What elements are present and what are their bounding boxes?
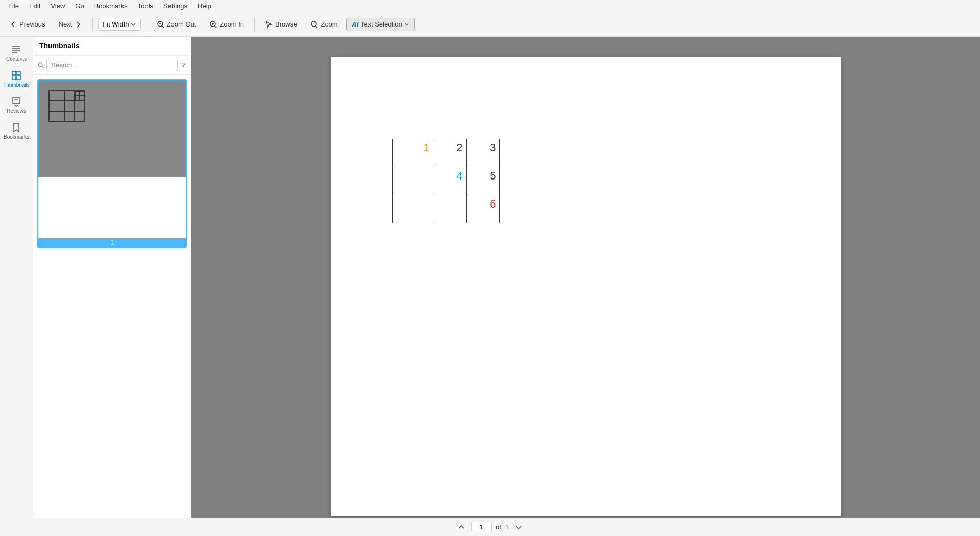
bottombar: 1 of 1: [0, 518, 980, 536]
sidebar-item-contents[interactable]: Contents: [2, 41, 31, 65]
mini-cell-5: [64, 101, 75, 111]
chevron-left-icon: [9, 20, 17, 29]
sidebar-item-reviews[interactable]: Reviews: [2, 93, 31, 117]
chevron-down-small-icon: [404, 22, 409, 27]
svg-rect-15: [12, 76, 16, 80]
next-button[interactable]: Next: [54, 18, 88, 31]
text-selection-label: Text Selection: [361, 20, 402, 28]
previous-button[interactable]: Previous: [4, 18, 51, 31]
sidebar-item-bookmarks[interactable]: Bookmarks: [2, 119, 31, 143]
cursor-icon: [265, 20, 273, 29]
main-layout: Contents Thumbnails Reviews Bookmarks Th…: [0, 37, 980, 518]
page-total-label: 1: [505, 523, 509, 531]
svg-line-8: [316, 26, 317, 28]
menu-file[interactable]: File: [4, 1, 23, 11]
svg-rect-16: [17, 76, 20, 80]
thumbnail-preview-gray: [38, 80, 186, 177]
reviews-icon: [11, 96, 22, 107]
page-number-input[interactable]: 1: [471, 522, 492, 532]
search-input[interactable]: [46, 59, 178, 71]
menubar: File Edit View Go Bookmarks Tools Settin…: [0, 0, 980, 12]
sidebar-item-thumbnails[interactable]: Thumbnails: [2, 67, 31, 91]
mini-cell-6: [75, 101, 85, 111]
panel-title: Thumbnails: [39, 42, 80, 50]
browse-button[interactable]: Browse: [260, 18, 302, 31]
svg-line-19: [42, 66, 44, 68]
prev-page-button[interactable]: [456, 522, 467, 533]
zoom-in-button[interactable]: Zoom In: [204, 18, 249, 31]
svg-point-18: [38, 63, 42, 67]
table-cell-1-0: [392, 167, 433, 195]
content-area: 1 2 3 4 5 6: [191, 37, 980, 518]
browse-label: Browse: [275, 20, 297, 28]
thumbnails-panel: Thumbnails: [33, 37, 191, 518]
thumbnails-icon: [11, 70, 22, 81]
chevron-down-nav-icon: [515, 524, 522, 531]
chevron-up-icon: [458, 524, 465, 531]
page-of-label: of: [496, 523, 501, 531]
search-bar: [33, 56, 191, 75]
table-cell-2-1: [433, 195, 466, 223]
zoom-level-label: Fit Width: [103, 20, 129, 28]
sidebar-item-contents-label: Contents: [6, 56, 27, 62]
mini-cell-1: [49, 91, 64, 101]
menu-bookmarks[interactable]: Bookmarks: [90, 1, 132, 11]
table-cell-1-1: 4: [433, 167, 466, 195]
svg-rect-14: [17, 71, 20, 75]
zoom-tool-icon: [310, 20, 318, 29]
mini-cell-2: [64, 91, 75, 101]
page-area: 1 2 3 4 5 6: [191, 37, 980, 518]
mini-table: [48, 90, 85, 122]
zoom-in-icon: [209, 20, 217, 29]
zoom-out-label: Zoom Out: [167, 20, 197, 28]
sidebar-item-thumbnails-label: Thumbnails: [3, 82, 30, 88]
chevron-down-icon: [130, 21, 136, 28]
thumbnails-list: 1: [33, 75, 191, 518]
sidebar: Contents Thumbnails Reviews Bookmarks: [0, 37, 33, 518]
zoom-out-icon: [157, 20, 165, 29]
bookmarks-icon: [11, 122, 22, 133]
mini-cell-4: [49, 101, 64, 111]
table-cell-0-0: 1: [392, 139, 433, 167]
mini-cell-3: [75, 91, 85, 101]
toolbar: Previous Next Fit Width Zoom Out Zoom In…: [0, 12, 980, 37]
zoom-out-button[interactable]: Zoom Out: [152, 18, 202, 31]
sidebar-item-bookmarks-label: Bookmarks: [4, 134, 29, 140]
text-selection-button[interactable]: AI Text Selection: [346, 18, 415, 31]
chevron-right-icon: [74, 20, 82, 29]
menu-edit[interactable]: Edit: [25, 1, 44, 11]
table-cell-1-2: 5: [466, 167, 499, 195]
mini-cell-8: [64, 111, 75, 121]
filter-icon[interactable]: [180, 62, 187, 69]
next-label: Next: [59, 20, 72, 28]
menu-view[interactable]: View: [46, 1, 69, 11]
svg-line-6: [215, 26, 216, 28]
table-row-1: 4 5: [392, 167, 499, 195]
table-row-0: 1 2 3: [392, 139, 499, 167]
pdf-table: 1 2 3 4 5 6: [392, 139, 500, 223]
toolbar-divider-3: [254, 17, 255, 32]
mini-cell-7: [49, 111, 64, 121]
contents-icon: [11, 44, 22, 55]
menu-go[interactable]: Go: [71, 1, 88, 11]
menu-help[interactable]: Help: [193, 1, 215, 11]
zoom-selector[interactable]: Fit Width: [98, 18, 140, 31]
next-page-button[interactable]: [513, 522, 524, 533]
ai-label: AI: [352, 20, 359, 29]
sidebar-item-reviews-label: Reviews: [7, 108, 26, 114]
svg-point-7: [311, 21, 316, 27]
thumbnail-page-1[interactable]: 1: [37, 79, 187, 248]
menu-tools[interactable]: Tools: [134, 1, 157, 11]
svg-rect-13: [12, 71, 16, 75]
menu-settings[interactable]: Settings: [159, 1, 191, 11]
zoom-in-label: Zoom In: [219, 20, 244, 28]
mini-cell-9: [75, 111, 85, 121]
toolbar-divider-2: [146, 17, 146, 32]
table-cell-0-2: 3: [466, 139, 499, 167]
svg-line-2: [162, 26, 164, 28]
pdf-page: 1 2 3 4 5 6: [331, 57, 841, 516]
table-cell-0-1: 2: [433, 139, 466, 167]
panel-header: Thumbnails: [33, 37, 191, 56]
zoom-tool-button[interactable]: Zoom: [305, 18, 342, 31]
toolbar-divider-1: [92, 17, 93, 32]
